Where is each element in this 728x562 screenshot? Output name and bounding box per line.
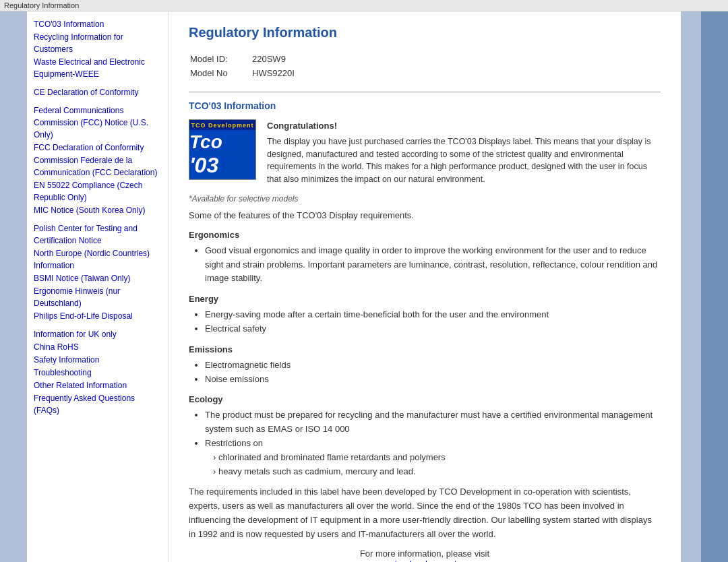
tco-logo-top: TCO Development — [189, 120, 255, 130]
sidebar-item-faq[interactable]: Frequently Asked Questions (FAQs) — [34, 392, 161, 416]
model-id-label: Model ID: — [190, 53, 251, 65]
ergonomics-item-1: Good visual ergonomics and image quality… — [205, 244, 661, 286]
top-bar-label: Regulatory Information — [4, 1, 79, 9]
model-no-label: Model No — [190, 67, 251, 80]
sidebar-item-fcc-declaration[interactable]: FCC Declaration of Conformity — [34, 142, 161, 154]
features-intro: Some of the features of the TCO'03 Displ… — [189, 210, 661, 220]
sidebar-item-polish[interactable]: Polish Center for Testing and Certificat… — [34, 222, 161, 247]
ecology-sub-item-2: heavy metals such as cadmium, mercury an… — [213, 465, 661, 479]
sidebar-item-ce[interactable]: CE Declaration of Conformity — [34, 86, 161, 98]
sidebar-item-mic[interactable]: MIC Notice (South Korea Only) — [34, 204, 161, 216]
emissions-item-2: Noise emissions — [205, 373, 661, 387]
tco-logo-middle: Tco '03 — [189, 130, 255, 179]
model-no-value: HWS9220I — [252, 67, 300, 80]
main-content: Regulatory Information Model ID: 220SW9 … — [169, 11, 681, 562]
sidebar-item-tco03[interactable]: TCO'03 Information — [34, 18, 161, 30]
energy-item-1: Energy-saving mode after a certain time-… — [205, 308, 661, 322]
more-info-url[interactable]: www.tcodevelopment.com — [189, 559, 661, 563]
sidebar-item-commission[interactable]: Commission Federale de la Communication … — [34, 154, 161, 179]
ecology-title: Ecology — [189, 394, 661, 404]
tco-logo: TCO Development Tco '03 DISPLAYS www.tco… — [189, 119, 256, 180]
emissions-title: Emissions — [189, 344, 661, 354]
ecology-sub-item-1: chlorinated and brominated flame retarda… — [213, 451, 661, 465]
left-accent-panel — [0, 11, 27, 562]
energy-list: Energy-saving mode after a certain time-… — [205, 308, 661, 336]
tco-displays-bar: DISPLAYS — [189, 179, 255, 180]
sidebar-item-waste[interactable]: Waste Electrical and Electronic Equipmen… — [34, 56, 161, 80]
energy-item-2: Electrical safety — [205, 322, 661, 336]
sidebar-item-nordic[interactable]: North Europe (Nordic Countries) Informat… — [34, 247, 161, 272]
model-id-value: 220SW9 — [252, 53, 300, 65]
energy-title: Energy — [189, 294, 661, 304]
sidebar-item-china[interactable]: China RoHS — [34, 341, 161, 353]
tco-congratulations: Congratulations! — [267, 121, 337, 131]
sidebar-item-en55022[interactable]: EN 55022 Compliance (Czech Republic Only… — [34, 179, 161, 204]
closing-text: The requirements included in this label … — [189, 485, 661, 541]
more-info-text: For more information, please visit — [189, 549, 661, 559]
emissions-list: Electromagnetic fields Noise emissions — [205, 358, 661, 387]
sidebar-item-philips[interactable]: Philips End-of-Life Disposal — [34, 310, 161, 322]
sidebar-item-uk[interactable]: Information for UK only — [34, 328, 161, 340]
ecology-item-1: The product must be prepared for recycli… — [205, 408, 661, 437]
sidebar-item-ergonomie[interactable]: Ergonomie Hinweis (nur Deutschland) — [34, 285, 161, 309]
tco-description: The display you have just purchased carr… — [267, 135, 661, 186]
tco-section-title: TCO'03 Information — [189, 100, 661, 111]
sidebar-item-safety[interactable]: Safety Information — [34, 354, 161, 366]
sidebar-item-recycling[interactable]: Recycling Information for Customers — [34, 31, 161, 55]
right-accent-panel-2 — [701, 11, 728, 562]
sidebar-item-other[interactable]: Other Related Information — [34, 379, 161, 392]
section-divider — [189, 92, 661, 92]
ecology-item-2: Restrictions on chlorinated and brominat… — [205, 437, 661, 478]
tco-number: Tco '03 — [189, 131, 255, 178]
model-info-table: Model ID: 220SW9 Model No HWS9220I — [189, 51, 301, 81]
page-title: Regulatory Information — [189, 25, 661, 40]
right-accent-panel-1 — [681, 11, 701, 562]
sidebar-item-fcc[interactable]: Federal Communications Commission (FCC) … — [34, 104, 161, 141]
top-bar: Regulatory Information — [0, 0, 728, 11]
sidebar-item-troubleshooting[interactable]: Troubleshooting — [34, 367, 161, 379]
available-note: *Available for selective models — [189, 194, 661, 204]
sidebar: TCO'03 InformationRecycling Information … — [27, 11, 169, 562]
emissions-item-1: Electromagnetic fields — [205, 358, 661, 373]
ecology-list: The product must be prepared for recycli… — [205, 408, 661, 478]
ergonomics-list: Good visual ergonomics and image quality… — [205, 244, 661, 286]
sidebar-item-bsmi[interactable]: BSMI Notice (Taiwan Only) — [34, 272, 161, 284]
tco-dev-label: TCO Development — [191, 122, 253, 129]
ecology-sub-list: chlorinated and brominated flame retarda… — [213, 451, 661, 479]
ergonomics-title: Ergonomics — [189, 230, 661, 240]
tco-description-box: Congratulations! The display you have ju… — [267, 119, 661, 186]
tco-box: TCO Development Tco '03 DISPLAYS www.tco… — [189, 119, 661, 186]
